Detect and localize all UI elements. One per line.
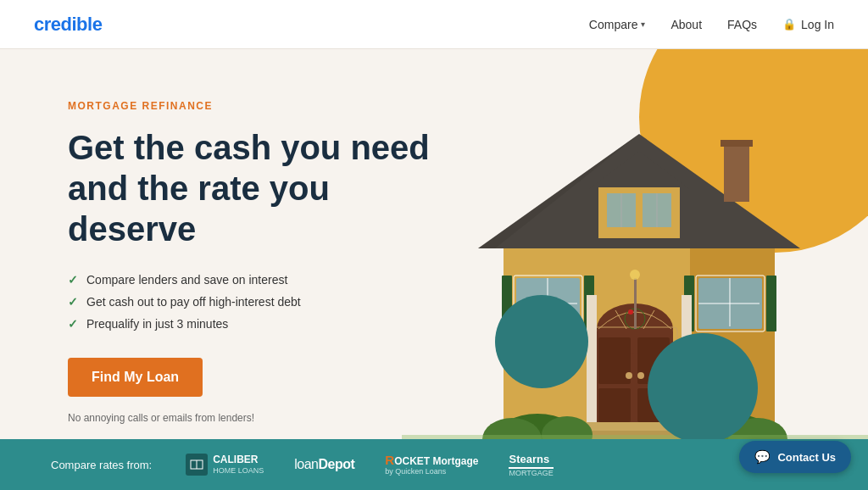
nav-faqs[interactable]: FAQs	[727, 18, 757, 31]
rocket-logo: ROCKET Mortgage by Quicken Loans	[385, 454, 478, 476]
svg-rect-37	[766, 276, 776, 331]
house-image	[402, 49, 868, 439]
svg-rect-17	[598, 337, 631, 384]
check-icon: ✓	[68, 317, 78, 331]
stearns-sub: MORTGAGE	[509, 469, 553, 477]
lender-logos: CALIBER HOME LOANS loanDepot ROCKET Mort…	[186, 453, 554, 477]
svg-rect-19	[598, 388, 631, 422]
chat-icon: 💬	[754, 449, 771, 465]
caliber-icon	[186, 454, 208, 476]
logo-text: credible	[34, 14, 102, 35]
caliber-sub: HOME LOANS	[213, 466, 264, 475]
rocket-name: ROCKET Mortgage	[385, 454, 478, 468]
nav-links: Compare ▾ About FAQs 🔒 Log In	[589, 18, 834, 31]
contact-us-button[interactable]: 💬 Contact Us	[739, 441, 851, 473]
svg-point-45	[630, 270, 640, 280]
check-icon: ✓	[68, 295, 78, 309]
stearns-name: Stearns	[509, 453, 553, 469]
footer-bar: Compare rates from: CALIBER HOME LOANS l…	[0, 439, 868, 490]
loandepot-name: loanDepot	[294, 457, 354, 472]
loandepot-logo: loanDepot	[294, 457, 354, 472]
nav-compare[interactable]: Compare ▾	[589, 18, 646, 31]
features-list: ✓ Compare lenders and save on interest ✓…	[68, 273, 441, 331]
stearns-name-block: Stearns MORTGAGE	[509, 453, 553, 477]
caliber-name: CALIBER	[213, 454, 264, 465]
compare-rates-text: Compare rates from:	[51, 459, 152, 471]
svg-point-43	[628, 309, 633, 315]
hero-content: MORTGAGE REFINANCE Get the cash you need…	[0, 49, 441, 439]
svg-rect-51	[402, 435, 868, 439]
stearns-logo: Stearns MORTGAGE	[509, 453, 553, 477]
svg-point-21	[626, 372, 632, 379]
no-calls-text: No annoying calls or emails from lenders…	[68, 412, 441, 424]
navbar: credible Compare ▾ About FAQs 🔒 Log In	[0, 0, 868, 49]
svg-rect-13	[721, 140, 753, 147]
svg-point-22	[637, 372, 644, 379]
rocket-sub: by Quicken Loans	[385, 467, 478, 476]
hero-section: MORTGAGE REFINANCE Get the cash you need…	[0, 49, 868, 439]
nav-about[interactable]: About	[670, 18, 702, 31]
hero-title: Get the cash you need and the rate you d…	[68, 127, 441, 249]
svg-rect-44	[634, 278, 637, 329]
svg-point-52	[648, 333, 758, 439]
login-button[interactable]: 🔒 Log In	[782, 18, 834, 31]
svg-rect-38	[587, 295, 597, 439]
caliber-name-block: CALIBER HOME LOANS	[213, 454, 264, 474]
rocket-name-block: ROCKET Mortgage by Quicken Loans	[385, 454, 478, 476]
feature-item: ✓ Get cash out to pay off high-interest …	[68, 295, 441, 309]
lock-icon: 🔒	[782, 18, 796, 31]
svg-rect-12	[724, 142, 749, 202]
feature-item: ✓ Compare lenders and save on interest	[68, 273, 441, 287]
caliber-logo: CALIBER HOME LOANS	[186, 454, 264, 476]
chevron-down-icon: ▾	[641, 19, 645, 29]
feature-item: ✓ Prequalify in just 3 minutes	[68, 317, 441, 331]
logo[interactable]: credible	[34, 14, 102, 36]
check-icon: ✓	[68, 273, 78, 287]
find-loan-button[interactable]: Find My Loan	[68, 358, 203, 397]
teal-circle-decoration	[495, 295, 588, 388]
hero-tag: MORTGAGE REFINANCE	[68, 100, 441, 112]
